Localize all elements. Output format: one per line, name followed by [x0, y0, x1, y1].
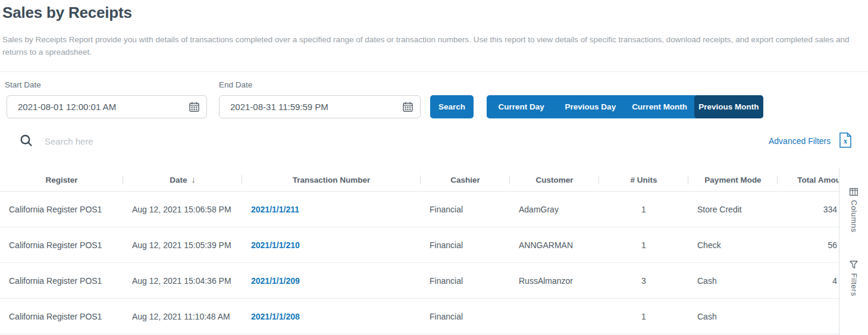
cell-date: Aug 12, 2021 15:06:58 PM: [123, 205, 242, 214]
cell-date: Aug 12, 2021 15:05:39 PM: [123, 240, 242, 250]
cell-register: California Register POS1: [0, 205, 123, 214]
table-row[interactable]: California Register POS1 Aug 12, 2021 11…: [0, 299, 868, 334]
end-date-input[interactable]: [230, 102, 403, 112]
table-body: California Register POS1 Aug 12, 2021 15…: [0, 192, 868, 334]
cell-customer: ANNGARMAN: [510, 240, 599, 250]
quick-range-group: Current DayPrevious DayCurrent MonthPrev…: [487, 95, 763, 118]
cell-cashier: Financial: [421, 205, 510, 214]
page-description: Sales by Receipts Report provide you wit…: [2, 33, 859, 58]
table-row[interactable]: California Register POS1 Aug 12, 2021 15…: [0, 263, 868, 299]
table-header: Register Date↓ Transaction Number Cashie…: [0, 168, 868, 192]
advanced-filters-link[interactable]: Advanced Filters: [769, 136, 831, 146]
cell-date: Aug 12, 2021 11:10:48 AM: [123, 312, 242, 321]
columns-grid-icon: [850, 188, 858, 196]
cell-customer: RussAlmanzor: [510, 276, 599, 286]
cell-cashier: Financial: [421, 312, 510, 321]
start-date-calendar-icon[interactable]: [189, 102, 199, 112]
filter-funnel-icon: [850, 261, 858, 269]
end-date-label: End Date: [219, 80, 252, 89]
cell-customer: AdamGray: [510, 205, 599, 214]
column-header-customer[interactable]: Customer: [510, 176, 599, 184]
cell-transaction-number: 2021/1/1/211: [242, 205, 421, 214]
end-date-calendar-icon[interactable]: [403, 102, 413, 112]
table-row[interactable]: California Register POS1 Aug 12, 2021 15…: [0, 227, 868, 263]
columns-tab[interactable]: Columns: [850, 188, 858, 233]
cell-units: 1: [599, 205, 688, 214]
side-panel: Columns Filters: [839, 168, 868, 335]
cell-cashier: Financial: [421, 276, 510, 286]
quick-range-current-month[interactable]: Current Month: [625, 95, 694, 118]
excel-export-icon[interactable]: x: [839, 132, 852, 148]
search-icon: [20, 134, 33, 147]
cell-units: 1: [599, 240, 688, 250]
cell-register: California Register POS1: [0, 240, 123, 250]
search-button[interactable]: Search: [430, 95, 474, 118]
quick-range-previous-day[interactable]: Previous Day: [556, 95, 625, 118]
cell-date: Aug 12, 2021 15:04:36 PM: [123, 276, 242, 286]
cell-payment-mode: Check: [688, 240, 778, 250]
cell-register: California Register POS1: [0, 312, 123, 321]
column-header-register[interactable]: Register: [0, 176, 123, 184]
quick-range-current-day[interactable]: Current Day: [487, 95, 556, 118]
svg-text:x: x: [844, 137, 847, 145]
quick-range-previous-month[interactable]: Previous Month: [694, 95, 763, 118]
transaction-number-link[interactable]: 2021/1/1/209: [251, 276, 300, 286]
column-header-transaction-number[interactable]: Transaction Number: [242, 176, 421, 184]
columns-tab-label: Columns: [850, 200, 858, 233]
cell-cashier: Financial: [421, 240, 510, 250]
filters-tab[interactable]: Filters: [850, 261, 858, 296]
column-header-payment-mode[interactable]: Payment Mode: [688, 176, 778, 184]
cell-transaction-number: 2021/1/1/208: [242, 312, 421, 321]
table-row[interactable]: California Register POS1 Aug 12, 2021 15…: [0, 192, 868, 227]
transaction-number-link[interactable]: 2021/1/1/210: [251, 240, 300, 250]
start-date-label: Start Date: [5, 80, 41, 89]
transaction-number-link[interactable]: 2021/1/1/211: [251, 205, 299, 214]
cell-transaction-number: 2021/1/1/209: [242, 276, 421, 286]
page-title: Sales by Receipts: [2, 4, 132, 22]
cell-payment-mode: Cash: [688, 276, 778, 286]
cell-units: 3: [599, 276, 688, 286]
sort-desc-icon: ↓: [192, 175, 196, 184]
header-divider: [0, 71, 868, 72]
cell-units: 1: [599, 312, 688, 321]
end-date-field[interactable]: [219, 95, 421, 118]
cell-register: California Register POS1: [0, 276, 123, 286]
cell-transaction-number: 2021/1/1/210: [242, 240, 421, 250]
column-header-date[interactable]: Date↓: [123, 175, 242, 184]
cell-payment-mode: Cash: [688, 312, 778, 321]
search-input[interactable]: [45, 133, 640, 149]
filters-tab-label: Filters: [850, 273, 858, 296]
column-header-cashier[interactable]: Cashier: [421, 176, 510, 184]
cell-payment-mode: Store Credit: [688, 205, 778, 214]
column-header-units[interactable]: # Units: [599, 176, 688, 184]
start-date-input[interactable]: [18, 102, 189, 112]
transaction-number-link[interactable]: 2021/1/1/208: [251, 312, 300, 321]
start-date-field[interactable]: [7, 95, 207, 118]
